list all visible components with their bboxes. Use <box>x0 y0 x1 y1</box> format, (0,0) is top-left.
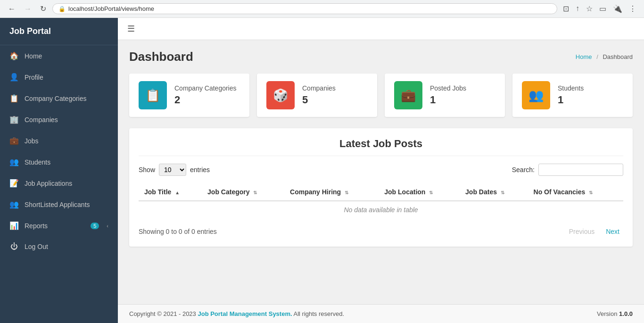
stat-info-posted-jobs: Posted Jobs 1 <box>430 84 466 106</box>
students-icon: 👥 <box>9 157 19 166</box>
no-data-row: No data available in table <box>139 201 623 218</box>
sidebar-item-job-applications[interactable]: 📝 Job Applications <box>0 173 118 194</box>
sidebar-nav: 🏠 Home 👤 Profile 📋 Company Categories 🏢 … <box>0 45 118 323</box>
url-bar[interactable]: 🔒 localhost/JobPortal/views/home <box>52 3 557 14</box>
sidebar-label-jobs: Jobs <box>25 137 39 145</box>
sidebar: Job Portal 🏠 Home 👤 Profile 📋 Company Ca… <box>0 18 118 323</box>
menu-icon[interactable]: ⋮ <box>627 3 638 14</box>
copyright-text: Copyright © 2021 - 2023 <box>129 310 196 317</box>
stat-value-companies: 5 <box>302 94 336 106</box>
breadcrumb: Home / Dashboard <box>576 53 633 60</box>
sidebar-item-logout[interactable]: ⏻ Log Out <box>0 236 118 257</box>
page-title: Dashboard <box>129 50 193 64</box>
stat-icon-posted-jobs: 💼 <box>394 81 422 109</box>
sort-icon-job-category: ⇅ <box>253 190 257 195</box>
back-button[interactable]: ← <box>6 4 18 14</box>
stat-info-students: Students 1 <box>558 84 584 106</box>
sidebar-label-shortlisted: ShortListed Applicants <box>25 201 90 208</box>
job-applications-icon: 📝 <box>9 179 19 188</box>
search-label: Search: <box>512 166 535 174</box>
stat-icon-students: 👥 <box>522 81 550 109</box>
col-job-category[interactable]: Job Category ⇅ <box>202 183 284 201</box>
pagination-buttons: Previous Next <box>565 226 623 237</box>
browser-bar: ← → ↻ 🔒 localhost/JobPortal/views/home ⊡… <box>0 0 644 18</box>
entries-label: entries <box>190 166 210 174</box>
share-icon[interactable]: ↑ <box>574 3 581 14</box>
next-button[interactable]: Next <box>602 226 623 237</box>
sidebar-item-reports[interactable]: 📊 Reports 5 ‹ <box>0 215 118 236</box>
sidebar-label-reports: Reports <box>25 222 48 230</box>
sort-icon-job-location: ⇅ <box>429 190 433 195</box>
col-company-hiring[interactable]: Company Hiring ⇅ <box>284 183 379 201</box>
reports-badge: 5 <box>91 223 99 229</box>
data-table: Job Title ▲ Job Category ⇅ <box>139 183 623 218</box>
breadcrumb-home[interactable]: Home <box>576 53 592 60</box>
sort-icon-no-of-vacancies: ⇅ <box>589 190 593 195</box>
table-title: Latest Job Posts <box>139 138 623 156</box>
sidebar-label-companies: Companies <box>25 116 58 124</box>
sidebar-item-jobs[interactable]: 💼 Jobs <box>0 130 118 151</box>
footer-copyright: Copyright © 2021 - 2023 Job Portal Manag… <box>129 310 344 317</box>
sidebar-label-job-applications: Job Applications <box>25 180 72 187</box>
breadcrumb-current: Dashboard <box>603 53 633 60</box>
sidebar-label-profile: Profile <box>25 74 43 81</box>
stat-icon-company-categories: 📋 <box>139 81 167 109</box>
sidebar-label-home: Home <box>25 52 42 60</box>
profile-icon: 👤 <box>9 73 19 82</box>
stat-info-companies: Companies 5 <box>302 84 336 106</box>
col-no-of-vacancies[interactable]: No Of Vacancies ⇅ <box>528 183 623 201</box>
show-entries: Show 10 25 50 100 entries <box>139 164 210 176</box>
url-text: localhost/JobPortal/views/home <box>68 5 154 12</box>
sidebar-label-students: Students <box>25 158 50 166</box>
showing-text: Showing 0 to 0 of 0 entries <box>139 228 217 235</box>
extension-icon[interactable]: 🔌 <box>611 3 624 14</box>
no-data-cell: No data available in table <box>139 201 623 218</box>
stat-card-students: 👥 Students 1 <box>512 74 633 117</box>
stats-row: 📋 Company Categories 2 🎲 Companies 5 💼 <box>129 74 633 117</box>
col-job-location[interactable]: Job Location ⇅ <box>379 183 460 201</box>
stat-value-students: 1 <box>558 94 584 106</box>
stat-card-companies: 🎲 Companies 5 <box>257 74 377 117</box>
breadcrumb-separator: / <box>596 53 598 60</box>
sidebar-item-students[interactable]: 👥 Students <box>0 151 118 173</box>
entries-select[interactable]: 10 25 50 100 <box>159 164 186 176</box>
stat-icon-companies: 🎲 <box>266 81 295 109</box>
sidebar-item-home[interactable]: 🏠 Home <box>0 45 118 66</box>
stat-label-companies: Companies <box>302 84 336 92</box>
table-section: Latest Job Posts Show 10 25 50 100 entri… <box>129 128 633 247</box>
footer-rights: All rights reserved. <box>294 310 345 317</box>
page-header: Dashboard Home / Dashboard <box>129 50 633 64</box>
table-controls: Show 10 25 50 100 entries Search: <box>139 164 623 176</box>
reports-icon: 📊 <box>9 221 19 230</box>
col-job-title[interactable]: Job Title ▲ <box>139 183 202 201</box>
forward-button[interactable]: → <box>22 4 34 14</box>
stat-label-posted-jobs: Posted Jobs <box>430 84 466 92</box>
cast-icon[interactable]: ⊡ <box>561 3 571 14</box>
version-number: 1.0.0 <box>619 310 633 317</box>
version-label: Version <box>597 310 617 317</box>
companies-icon: 🏢 <box>9 115 19 124</box>
stat-value-company-categories: 2 <box>174 94 237 106</box>
search-control: Search: <box>512 164 623 176</box>
sidebar-item-profile[interactable]: 👤 Profile <box>0 66 118 88</box>
window-icon[interactable]: ▭ <box>597 3 608 14</box>
footer-brand: Job Portal Management System. <box>198 310 292 317</box>
main-content: ☰ Dashboard Home / Dashboard 📋 Company C… <box>118 18 644 323</box>
previous-button[interactable]: Previous <box>565 226 598 237</box>
sidebar-item-companies[interactable]: 🏢 Companies <box>0 109 118 130</box>
content-area: Dashboard Home / Dashboard 📋 Company Cat… <box>118 40 644 304</box>
sidebar-item-company-categories[interactable]: 📋 Company Categories <box>0 88 118 109</box>
reload-button[interactable]: ↻ <box>38 3 49 14</box>
stat-label-company-categories: Company Categories <box>174 84 237 92</box>
stat-info-company-categories: Company Categories 2 <box>174 84 237 106</box>
sidebar-label-company-categories: Company Categories <box>25 95 87 102</box>
col-job-dates[interactable]: Job Dates ⇅ <box>460 183 528 201</box>
bookmark-icon[interactable]: ☆ <box>584 3 594 14</box>
lock-icon: 🔒 <box>58 6 66 12</box>
hamburger-icon[interactable]: ☰ <box>127 24 135 34</box>
search-input[interactable] <box>538 164 623 176</box>
table-footer: Showing 0 to 0 of 0 entries Previous Nex… <box>139 226 623 237</box>
footer: Copyright © 2021 - 2023 Job Portal Manag… <box>118 304 644 323</box>
sidebar-item-shortlisted-applicants[interactable]: 👥 ShortListed Applicants <box>0 194 118 215</box>
footer-version: Version 1.0.0 <box>597 310 633 317</box>
